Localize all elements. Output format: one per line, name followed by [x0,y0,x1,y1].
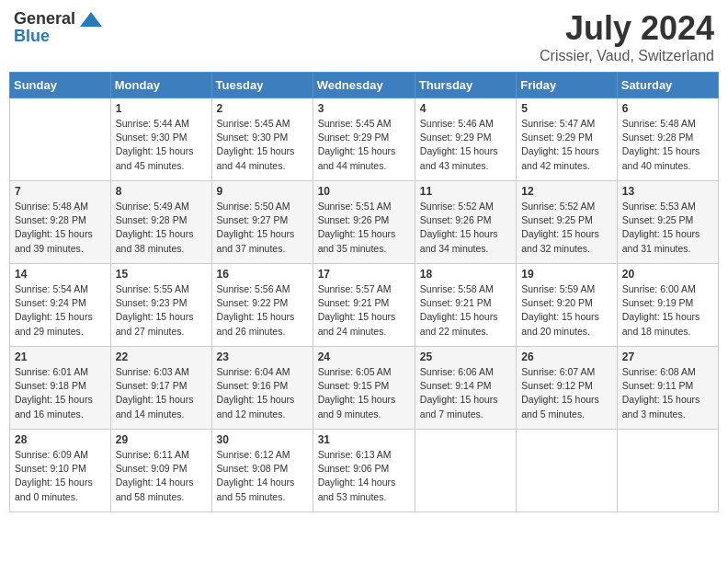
calendar-cell [617,430,718,512]
day-info: Sunrise: 5:50 AMSunset: 9:27 PMDaylight:… [217,200,308,256]
calendar-cell: 30Sunrise: 6:12 AMSunset: 9:08 PMDayligh… [211,430,313,512]
day-number: 8 [116,185,207,198]
calendar-cell: 25Sunrise: 6:06 AMSunset: 9:14 PMDayligh… [415,347,516,430]
calendar-cell: 7Sunrise: 5:48 AMSunset: 9:28 PMDaylight… [10,181,111,264]
day-number: 24 [318,350,410,363]
day-number: 28 [15,433,106,446]
day-number: 20 [622,268,713,281]
day-number: 29 [116,433,207,446]
calendar-cell: 21Sunrise: 6:01 AMSunset: 9:18 PMDayligh… [10,347,111,430]
day-number: 5 [521,102,612,115]
calendar-cell: 31Sunrise: 6:13 AMSunset: 9:06 PMDayligh… [313,430,415,512]
day-number: 14 [15,268,106,281]
calendar-cell: 26Sunrise: 6:07 AMSunset: 9:12 PMDayligh… [517,347,618,430]
day-info: Sunrise: 5:51 AMSunset: 9:26 PMDaylight:… [318,200,410,256]
day-info: Sunrise: 5:58 AMSunset: 9:21 PMDaylight:… [420,282,511,339]
calendar-cell: 14Sunrise: 5:54 AMSunset: 9:24 PMDayligh… [10,264,111,347]
calendar-cell [415,430,516,512]
day-number: 31 [318,433,410,446]
day-info: Sunrise: 5:56 AMSunset: 9:22 PMDaylight:… [217,282,308,339]
day-number: 21 [15,350,106,363]
day-info: Sunrise: 5:48 AMSunset: 9:28 PMDaylight:… [15,200,106,256]
day-info: Sunrise: 5:45 AMSunset: 9:29 PMDaylight:… [318,117,410,173]
day-info: Sunrise: 5:47 AMSunset: 9:29 PMDaylight:… [521,117,612,173]
day-info: Sunrise: 6:12 AMSunset: 9:08 PMDaylight:… [217,448,308,504]
calendar-cell: 23Sunrise: 6:04 AMSunset: 9:16 PMDayligh… [211,347,313,430]
day-info: Sunrise: 6:00 AMSunset: 9:19 PMDaylight:… [622,282,713,339]
calendar-cell: 8Sunrise: 5:49 AMSunset: 9:28 PMDaylight… [110,181,211,264]
calendar-cell [517,430,618,512]
day-number: 17 [318,268,410,281]
title-block: July 2024 Crissier, Vaud, Switzerland [540,9,714,64]
calendar-week-row: 14Sunrise: 5:54 AMSunset: 9:24 PMDayligh… [10,264,719,347]
day-number: 9 [217,185,308,198]
calendar-cell: 5Sunrise: 5:47 AMSunset: 9:29 PMDaylight… [517,98,618,181]
calendar-cell: 27Sunrise: 6:08 AMSunset: 9:11 PMDayligh… [617,347,718,430]
day-number: 16 [217,268,308,281]
day-info: Sunrise: 6:03 AMSunset: 9:17 PMDaylight:… [116,365,207,421]
day-number: 2 [217,102,308,115]
calendar-cell: 1Sunrise: 5:44 AMSunset: 9:30 PMDaylight… [110,98,211,181]
calendar-cell: 4Sunrise: 5:46 AMSunset: 9:29 PMDaylight… [415,98,516,181]
calendar-cell: 16Sunrise: 5:56 AMSunset: 9:22 PMDayligh… [211,264,313,347]
day-number: 10 [318,185,410,198]
day-info: Sunrise: 5:53 AMSunset: 9:25 PMDaylight:… [622,200,713,256]
calendar-cell: 22Sunrise: 6:03 AMSunset: 9:17 PMDayligh… [110,347,211,430]
calendar-cell: 2Sunrise: 5:45 AMSunset: 9:30 PMDaylight… [211,98,313,181]
calendar-day-header: Tuesday [211,73,313,98]
day-number: 18 [420,268,511,281]
day-info: Sunrise: 5:54 AMSunset: 9:24 PMDaylight:… [15,282,106,339]
day-number: 15 [116,268,207,281]
day-info: Sunrise: 6:11 AMSunset: 9:09 PMDaylight:… [116,448,207,504]
calendar-week-row: 1Sunrise: 5:44 AMSunset: 9:30 PMDaylight… [10,98,719,181]
day-info: Sunrise: 6:13 AMSunset: 9:06 PMDaylight:… [318,448,410,504]
day-info: Sunrise: 6:05 AMSunset: 9:15 PMDaylight:… [318,365,410,421]
calendar-week-row: 7Sunrise: 5:48 AMSunset: 9:28 PMDaylight… [10,181,719,264]
logo-icon [78,10,104,29]
day-info: Sunrise: 6:07 AMSunset: 9:12 PMDaylight:… [521,365,612,421]
logo-blue-text: Blue [14,27,50,46]
calendar-day-header: Wednesday [313,73,415,98]
calendar-cell: 11Sunrise: 5:52 AMSunset: 9:26 PMDayligh… [415,181,516,264]
day-info: Sunrise: 5:48 AMSunset: 9:28 PMDaylight:… [622,117,713,173]
day-number: 4 [420,102,511,115]
calendar-cell: 9Sunrise: 5:50 AMSunset: 9:27 PMDaylight… [211,181,313,264]
day-info: Sunrise: 5:49 AMSunset: 9:28 PMDaylight:… [116,200,207,256]
day-number: 13 [622,185,713,198]
day-info: Sunrise: 5:44 AMSunset: 9:30 PMDaylight:… [116,117,207,173]
day-number: 3 [318,102,410,115]
calendar-cell: 24Sunrise: 6:05 AMSunset: 9:15 PMDayligh… [313,347,415,430]
day-number: 11 [420,185,511,198]
calendar-week-row: 28Sunrise: 6:09 AMSunset: 9:10 PMDayligh… [10,430,719,512]
day-info: Sunrise: 6:04 AMSunset: 9:16 PMDaylight:… [217,365,308,421]
day-info: Sunrise: 5:59 AMSunset: 9:20 PMDaylight:… [521,282,612,339]
calendar-cell: 13Sunrise: 5:53 AMSunset: 9:25 PMDayligh… [617,181,718,264]
calendar-day-header: Monday [110,73,211,98]
calendar-cell: 28Sunrise: 6:09 AMSunset: 9:10 PMDayligh… [10,430,111,512]
calendar-day-header: Thursday [415,73,516,98]
calendar-week-row: 21Sunrise: 6:01 AMSunset: 9:18 PMDayligh… [10,347,719,430]
calendar-cell: 17Sunrise: 5:57 AMSunset: 9:21 PMDayligh… [313,264,415,347]
day-info: Sunrise: 6:06 AMSunset: 9:14 PMDaylight:… [420,365,511,421]
day-number: 30 [217,433,308,446]
day-info: Sunrise: 5:46 AMSunset: 9:29 PMDaylight:… [420,117,511,173]
day-info: Sunrise: 5:55 AMSunset: 9:23 PMDaylight:… [116,282,207,339]
day-info: Sunrise: 5:45 AMSunset: 9:30 PMDaylight:… [217,117,308,173]
day-number: 23 [217,350,308,363]
day-number: 6 [622,102,713,115]
day-number: 1 [116,102,207,115]
day-number: 7 [15,185,106,198]
calendar-day-header: Sunday [10,73,111,98]
calendar-cell: 20Sunrise: 6:00 AMSunset: 9:19 PMDayligh… [617,264,718,347]
subtitle: Crissier, Vaud, Switzerland [540,48,714,64]
day-info: Sunrise: 6:08 AMSunset: 9:11 PMDaylight:… [622,365,713,421]
logo-general-text: General [14,9,75,29]
calendar-cell: 15Sunrise: 5:55 AMSunset: 9:23 PMDayligh… [110,264,211,347]
calendar-header-row: SundayMondayTuesdayWednesdayThursdayFrid… [10,73,719,98]
calendar-cell: 12Sunrise: 5:52 AMSunset: 9:25 PMDayligh… [517,181,618,264]
logo: General Blue [14,9,104,46]
day-info: Sunrise: 6:01 AMSunset: 9:18 PMDaylight:… [15,365,106,421]
day-number: 12 [521,185,612,198]
calendar-cell: 19Sunrise: 5:59 AMSunset: 9:20 PMDayligh… [517,264,618,347]
day-info: Sunrise: 5:57 AMSunset: 9:21 PMDaylight:… [318,282,410,339]
